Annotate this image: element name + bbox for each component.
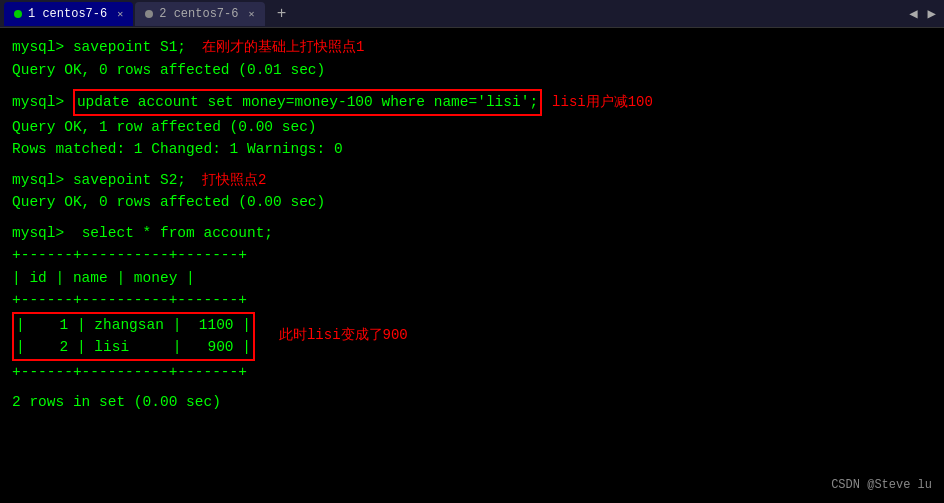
prompt-1: mysql> (12, 36, 73, 58)
annotation-update: lisi用户减100 (552, 92, 653, 114)
line-rows-matched: Rows matched: 1 Changed: 1 Warnings: 0 (12, 138, 932, 160)
line-table-sep: +------+----------+-------+ (12, 289, 932, 311)
tab-1[interactable]: 1 centos7-6 ✕ (4, 2, 133, 26)
cmd-savepoint-s2: savepoint S2; (73, 169, 186, 191)
cmd-select: select * from account; (82, 225, 273, 241)
tab-dot-1 (14, 10, 22, 18)
line-rows-in-set: 2 rows in set (0.00 sec) (12, 391, 932, 413)
line-update: mysql> update account set money=money-10… (12, 89, 932, 115)
line-table-header: | id | name | money | (12, 267, 932, 289)
terminal: mysql> savepoint S1; 在刚才的基础上打快照点1 Query … (0, 28, 944, 503)
output-ok-s1: Query OK, 0 rows affected (0.01 sec) (12, 62, 325, 78)
line-savepoint-s2: mysql> savepoint S2; 打快照点2 (12, 169, 932, 192)
table-data-boxed: | 1 | zhangsan | 1100 || 2 | lisi | 900 … (12, 312, 255, 361)
output-table-top: +------+----------+-------+ (12, 247, 247, 263)
tab-nav-left[interactable]: ◀ (905, 5, 921, 22)
line-table-top: +------+----------+-------+ (12, 244, 932, 266)
tab-close-2[interactable]: ✕ (248, 8, 254, 20)
tab-bar: 1 centos7-6 ✕ 2 centos7-6 ✕ + ◀ ▶ (0, 0, 944, 28)
annotation-s1: 在刚才的基础上打快照点1 (202, 37, 364, 59)
line-table-bottom: +------+----------+-------+ (12, 361, 932, 383)
prompt-3: mysql> (12, 225, 73, 241)
prompt-2: mysql> (12, 169, 73, 191)
line-ok-update: Query OK, 1 row affected (0.00 sec) (12, 116, 932, 138)
output-rows-matched: Rows matched: 1 Changed: 1 Warnings: 0 (12, 141, 343, 157)
output-rows-in-set: 2 rows in set (0.00 sec) (12, 394, 221, 410)
tab-add-button[interactable]: + (271, 3, 293, 25)
output-table-sep: +------+----------+-------+ (12, 292, 247, 308)
prompt-update: mysql> (12, 91, 73, 113)
line-table-rows: | 1 | zhangsan | 1100 || 2 | lisi | 900 … (12, 312, 932, 361)
line-select: mysql> select * from account; (12, 222, 932, 244)
output-table-bottom: +------+----------+-------+ (12, 364, 247, 380)
cmd-savepoint-s1: savepoint S1; (73, 36, 186, 58)
line-ok-s2: Query OK, 0 rows affected (0.00 sec) (12, 191, 932, 213)
tab-close-1[interactable]: ✕ (117, 8, 123, 20)
tab-2[interactable]: 2 centos7-6 ✕ (135, 2, 264, 26)
annotation-table: 此时lisi变成了900 (279, 325, 408, 347)
line-ok-s1: Query OK, 0 rows affected (0.01 sec) (12, 59, 932, 81)
line-savepoint-s1: mysql> savepoint S1; 在刚才的基础上打快照点1 (12, 36, 932, 59)
cmd-update-boxed: update account set money=money-100 where… (73, 89, 542, 115)
tab-label-1: 1 centos7-6 (28, 7, 107, 21)
tab-nav-right[interactable]: ▶ (924, 5, 940, 22)
annotation-s2: 打快照点2 (202, 170, 266, 192)
output-table-header: | id | name | money | (12, 270, 195, 286)
watermark: CSDN @Steve lu (831, 476, 932, 495)
tab-nav: ◀ ▶ (905, 5, 940, 22)
output-ok-update: Query OK, 1 row affected (0.00 sec) (12, 119, 317, 135)
tab-dot-2 (145, 10, 153, 18)
output-ok-s2: Query OK, 0 rows affected (0.00 sec) (12, 194, 325, 210)
tab-label-2: 2 centos7-6 (159, 7, 238, 21)
